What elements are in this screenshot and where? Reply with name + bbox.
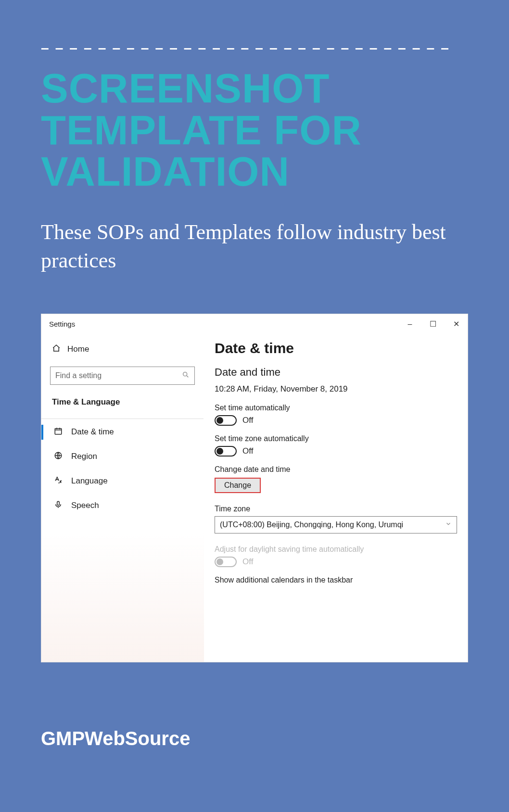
timezone-label: Time zone <box>215 505 457 513</box>
home-label: Home <box>67 344 89 354</box>
timezone-select[interactable]: (UTC+08:00) Beijing, Chongqing, Hong Kon… <box>215 516 457 533</box>
language-icon <box>54 476 63 487</box>
settings-main: Date & time Date and time 10:28 AM, Frid… <box>204 334 468 662</box>
sidebar-category: Time & Language <box>41 392 204 416</box>
sidebar-item-label: Speech <box>71 501 99 510</box>
home-link[interactable]: Home <box>41 339 204 360</box>
sidebar-item-label: Region <box>71 452 97 461</box>
calendar-icon <box>54 427 63 438</box>
page-title: SCREENSHOT TEMPLATE FOR VALIDATION <box>41 68 468 193</box>
sidebar-item-region[interactable]: Region <box>41 444 204 469</box>
svg-rect-3 <box>57 501 60 505</box>
set-time-auto-value: Off <box>242 416 253 425</box>
globe-icon <box>54 451 63 462</box>
dst-toggle <box>215 557 237 567</box>
sidebar-item-label: Date & time <box>71 427 114 437</box>
change-button[interactable]: Change <box>215 478 261 493</box>
svg-rect-1 <box>55 429 62 434</box>
divider-dashes: ––––––––––––––––––––––––––––– <box>41 41 468 55</box>
search-placeholder: Find a setting <box>55 371 102 380</box>
title-line-2: TEMPLATE FOR <box>41 110 468 152</box>
timezone-value: (UTC+08:00) Beijing, Chongqing, Hong Kon… <box>220 520 403 529</box>
brand-footer: GMPWebSource <box>41 728 190 749</box>
microphone-icon <box>54 500 63 511</box>
set-tz-auto-label: Set time zone automatically <box>215 434 457 443</box>
dst-label: Adjust for daylight saving time automati… <box>215 545 457 554</box>
title-line-3: VALIDATION <box>41 151 468 193</box>
maximize-button[interactable]: ☐ <box>421 314 445 334</box>
change-datetime-label: Change date and time <box>215 465 457 474</box>
sidebar-item-date-time[interactable]: Date & time <box>41 420 204 444</box>
set-time-auto-toggle[interactable] <box>215 415 237 426</box>
set-tz-auto-value: Off <box>242 446 253 456</box>
sidebar-separator <box>41 419 204 419</box>
search-icon <box>182 371 190 381</box>
dst-value: Off <box>242 557 253 567</box>
window-titlebar: Settings – ☐ ✕ <box>41 314 468 334</box>
search-input[interactable]: Find a setting <box>50 367 195 385</box>
set-tz-auto-toggle[interactable] <box>215 446 237 457</box>
close-button[interactable]: ✕ <box>445 314 468 334</box>
title-line-1: SCREENSHOT <box>41 68 468 110</box>
additional-calendars-label: Show additional calendars in the taskbar <box>215 576 457 584</box>
set-time-auto-label: Set time automatically <box>215 404 457 412</box>
section-heading: Date and time <box>215 366 457 379</box>
current-datetime: 10:28 AM, Friday, November 8, 2019 <box>215 384 457 394</box>
sidebar-item-speech[interactable]: Speech <box>41 494 204 518</box>
sidebar-item-label: Language <box>71 476 108 486</box>
chevron-down-icon <box>445 520 452 529</box>
svg-point-0 <box>183 372 187 376</box>
home-icon <box>52 344 61 355</box>
sidebar-item-language[interactable]: Language <box>41 469 204 494</box>
page-heading: Date & time <box>215 340 457 356</box>
sidebar: Home Find a setting Time & Language Date… <box>41 334 204 662</box>
page-subtitle: These SOPs and Templates follow industry… <box>41 218 468 275</box>
minimize-button[interactable]: – <box>398 314 421 334</box>
window-title: Settings <box>49 320 75 328</box>
settings-window: Settings – ☐ ✕ Home Find a setting <box>41 314 468 662</box>
